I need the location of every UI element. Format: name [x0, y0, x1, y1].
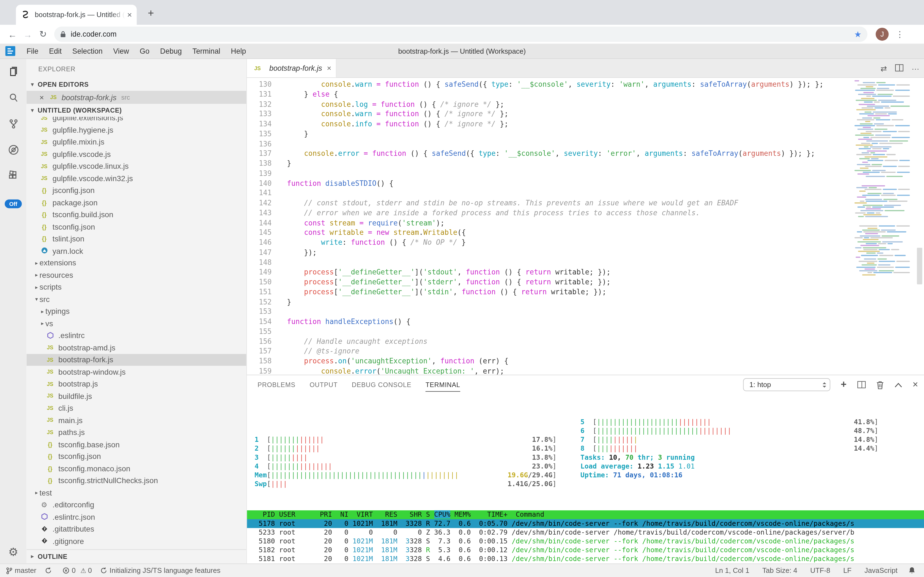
tree-item-gulpfile.mixin.js[interactable]: JSgulpfile.mixin.js	[26, 136, 246, 148]
maximize-panel-icon[interactable]	[894, 382, 902, 387]
menu-help[interactable]: Help	[226, 47, 251, 55]
terminal[interactable]: 1 [||||||||||||| 17.8%]2 [|||||||||||| 1…	[247, 395, 924, 564]
tab-close-icon[interactable]: ×	[127, 10, 132, 19]
open-changes-icon[interactable]: ⇄	[881, 64, 887, 73]
new-tab-button[interactable]: +	[144, 6, 158, 20]
status-javascript[interactable]: JavaScript	[865, 566, 898, 575]
tree-item-tslint.json[interactable]: {}tslint.json	[26, 233, 246, 245]
panel-tab-problems[interactable]: PROBLEMS	[257, 375, 296, 395]
tree-item-src[interactable]: ▾src	[26, 293, 246, 305]
tree-item-.editorconfig[interactable]: ⚙.editorconfig	[26, 499, 246, 511]
menu-selection[interactable]: Selection	[67, 47, 108, 55]
editor-tab-close-icon[interactable]: ×	[327, 64, 331, 73]
tree-item-typings[interactable]: ▸typings	[26, 305, 246, 318]
reload-icon[interactable]: ↻	[35, 29, 51, 40]
branch-indicator[interactable]: master	[6, 566, 36, 575]
tree-item-bootstrap-window.js[interactable]: JSbootstrap-window.js	[26, 366, 246, 378]
url-bar[interactable]: ide.coder.com ★	[54, 26, 867, 42]
tree-item-vs[interactable]: ▸vs	[26, 318, 246, 329]
search-icon[interactable]	[0, 85, 26, 111]
tree-item-resources[interactable]: ▸resources	[26, 269, 246, 281]
tree-item-tsconfig.base.json[interactable]: {}tsconfig.base.json	[26, 438, 246, 450]
debug-disabled-icon[interactable]	[0, 137, 26, 163]
tree-item-tsconfig.build.json[interactable]: {}tsconfig.build.json	[26, 209, 246, 221]
tree-item-bootstrap-fork.js[interactable]: JSbootstrap-fork.js	[26, 354, 246, 366]
tree-item-cli.js[interactable]: JScli.js	[26, 402, 246, 414]
close-panel-icon[interactable]: ×	[913, 379, 918, 390]
avatar[interactable]: J	[876, 28, 889, 41]
open-editor-item[interactable]: × JS bootstrap-fork.js src	[26, 91, 246, 104]
tree-item-tsconfig.json[interactable]: {}tsconfig.json	[26, 450, 246, 463]
bookmark-star-icon[interactable]: ★	[854, 29, 861, 39]
menu-edit[interactable]: Edit	[44, 47, 67, 55]
panel-tab-output[interactable]: OUTPUT	[310, 375, 337, 395]
forward-icon[interactable]: →	[20, 29, 35, 39]
tree-item-.eslintrc[interactable]: .eslintrc	[26, 329, 246, 342]
tree-item-gulpfile.vscode.linux.js[interactable]: JSgulpfile.vscode.linux.js	[26, 160, 246, 172]
tree-item-main.js[interactable]: JSmain.js	[26, 414, 246, 426]
panel-tab-terminal[interactable]: TERMINAL	[426, 375, 460, 395]
tree-item-bootstrap.js[interactable]: JSbootstrap.js	[26, 378, 246, 390]
more-actions-icon[interactable]: ···	[912, 64, 919, 73]
minimap-row	[854, 191, 911, 192]
tree-item-.eslintrc.json[interactable]: .eslintrc.json	[26, 511, 246, 523]
tree-item-package.json[interactable]: {}package.json	[26, 197, 246, 209]
tree-item-gulpfile.extensions.js[interactable]: JSgulpfile.extensions.js	[26, 117, 246, 124]
kill-terminal-icon[interactable]	[876, 380, 884, 389]
tree-item-gulpfile.hygiene.js[interactable]: JSgulpfile.hygiene.js	[26, 124, 246, 136]
panel-tab-debug-console[interactable]: DEBUG CONSOLE	[352, 375, 411, 395]
problems-indicator[interactable]: 0 ⚠ 0	[62, 566, 92, 575]
tree-item-buildfile.js[interactable]: JSbuildfile.js	[26, 390, 246, 402]
code-editor[interactable]: 130 console.warn = function () { safeSen…	[247, 78, 924, 375]
outline-section[interactable]: ▸ OUTLINE	[26, 549, 246, 563]
tree-item-tsconfig.strictNullChecks.json[interactable]: {}tsconfig.strictNullChecks.json	[26, 475, 246, 487]
tree-item-paths.js[interactable]: JSpaths.js	[26, 426, 246, 438]
tree-item-gulpfile.vscode.win32.js[interactable]: JSgulpfile.vscode.win32.js	[26, 172, 246, 184]
tree-item-.gitignore[interactable]: .gitignore	[26, 535, 246, 547]
browser-menu-icon[interactable]: ⋮	[896, 29, 904, 39]
status-lf[interactable]: LF	[843, 566, 852, 575]
explorer-icon[interactable]	[0, 59, 26, 85]
menu-file[interactable]: File	[21, 47, 44, 55]
tree-item-jsconfig.json[interactable]: {}jsconfig.json	[26, 184, 246, 197]
tree-item-extensions[interactable]: ▸extensions	[26, 257, 246, 269]
notifications-bell-icon[interactable]	[908, 566, 918, 575]
settings-gear-icon[interactable]: ⚙	[8, 545, 18, 559]
tree-item-test[interactable]: ▸test	[26, 487, 246, 499]
tree-item-yarn.lock[interactable]: yarn.lock	[26, 245, 246, 257]
close-icon[interactable]: ×	[40, 93, 44, 102]
source-control-icon[interactable]	[0, 111, 26, 137]
back-icon[interactable]: ←	[5, 29, 20, 39]
minimap-row	[854, 154, 911, 155]
menu-view[interactable]: View	[108, 47, 134, 55]
status-tab-size-4[interactable]: Tab Size: 4	[762, 566, 797, 575]
tree-item-bootstrap-amd.js[interactable]: JSbootstrap-amd.js	[26, 342, 246, 354]
status-utf-8[interactable]: UTF-8	[810, 566, 830, 575]
code-line-155: 155	[247, 327, 924, 337]
terminal-select[interactable]: 1: htop	[743, 378, 830, 391]
tree-item-.gitattributes[interactable]: .gitattributes	[26, 523, 246, 535]
off-badge[interactable]: Off	[5, 199, 22, 208]
browser-tab[interactable]: bootstrap-fork.js — Untitled (W ×	[16, 5, 137, 25]
language-status[interactable]: Initializing JS/TS language features	[100, 566, 220, 575]
editor-scrollbar[interactable]	[917, 248, 922, 284]
editor-tab[interactable]: JS bootstrap-fork.js ×	[247, 59, 337, 77]
extensions-icon[interactable]	[0, 163, 26, 189]
new-terminal-icon[interactable]: +	[840, 379, 847, 391]
code-line-140: 140function disableSTDIO() {	[247, 178, 924, 188]
workspace-header[interactable]: ▾ UNTITLED (WORKSPACE)	[26, 104, 246, 117]
minimap-row	[854, 107, 911, 108]
open-editors-header[interactable]: ▾ OPEN EDITORS	[26, 78, 246, 91]
split-terminal-icon[interactable]	[857, 381, 865, 388]
tree-item-tsconfig.json[interactable]: {}tsconfig.json	[26, 221, 246, 233]
minimap[interactable]	[854, 80, 911, 374]
menu-debug[interactable]: Debug	[155, 47, 187, 55]
menu-terminal[interactable]: Terminal	[187, 47, 226, 55]
tree-item-tsconfig.monaco.json[interactable]: {}tsconfig.monaco.json	[26, 463, 246, 475]
menu-go[interactable]: Go	[134, 47, 154, 55]
status-ln-1-col-1[interactable]: Ln 1, Col 1	[715, 566, 749, 575]
tree-item-gulpfile.vscode.js[interactable]: JSgulpfile.vscode.js	[26, 148, 246, 160]
tree-item-scripts[interactable]: ▸scripts	[26, 281, 246, 293]
split-editor-icon[interactable]	[895, 64, 903, 73]
sync-icon[interactable]	[45, 567, 54, 574]
